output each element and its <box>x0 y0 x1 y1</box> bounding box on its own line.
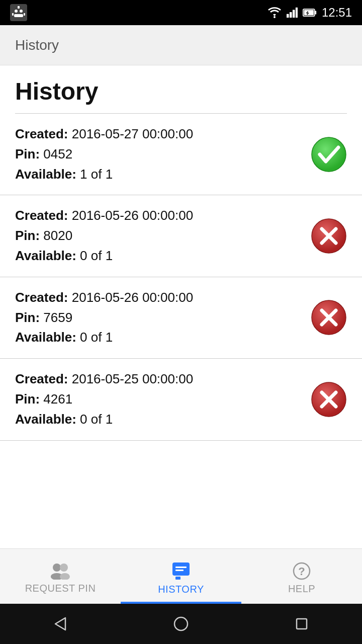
recents-icon <box>294 616 310 632</box>
pin-line: Pin: 7659 <box>15 309 193 327</box>
svg-rect-6 <box>24 13 25 16</box>
svg-point-1 <box>15 10 18 13</box>
svg-point-15 <box>312 137 346 172</box>
recents-button[interactable] <box>287 609 317 639</box>
svg-rect-14 <box>304 10 314 16</box>
tab-request-pin-label: REQUEST PIN <box>25 583 96 594</box>
svg-point-27 <box>60 564 68 572</box>
history-item[interactable]: Created: 2016-05-26 00:00:00 Pin: 7659 A… <box>0 277 362 359</box>
available-line: Available: 1 of 1 <box>15 166 193 183</box>
app-header: History <box>0 25 362 65</box>
battery-icon <box>303 7 317 18</box>
status-icon-error <box>311 381 347 418</box>
tab-indicator <box>121 602 241 604</box>
svg-rect-5 <box>12 13 14 16</box>
tab-request-pin[interactable]: REQUEST PIN <box>0 558 121 594</box>
pin-line: Pin: 8020 <box>15 227 193 245</box>
svg-rect-13 <box>315 11 317 15</box>
status-icon-error <box>311 218 347 254</box>
nav-bar <box>0 604 362 644</box>
home-button[interactable] <box>166 609 196 639</box>
svg-point-28 <box>60 573 70 580</box>
svg-rect-8 <box>287 14 289 18</box>
chat-icon <box>171 561 191 581</box>
history-item[interactable]: Created: 2016-05-25 00:00:00 Pin: 4261 A… <box>0 359 362 440</box>
svg-rect-11 <box>296 8 298 18</box>
created-line: Created: 2016-05-27 00:00:00 <box>15 126 193 143</box>
status-bar: 12:51 <box>0 0 362 25</box>
page-title: History <box>0 65 362 113</box>
svg-rect-31 <box>175 567 187 568</box>
tab-help[interactable]: ? HELP <box>241 558 362 595</box>
wifi-icon <box>267 7 282 18</box>
svg-rect-37 <box>297 619 307 629</box>
history-item-info: Created: 2016-05-26 00:00:00 Pin: 8020 A… <box>15 207 193 264</box>
app-icon <box>10 4 27 21</box>
status-icons: 12:51 <box>267 6 352 20</box>
svg-marker-35 <box>55 618 65 630</box>
status-icon-success <box>311 136 347 173</box>
main-content: History Created: 2016-05-27 00:00:00 Pin… <box>0 65 362 548</box>
status-icon-error <box>311 299 347 336</box>
history-item-info: Created: 2016-05-25 00:00:00 Pin: 4261 A… <box>15 371 193 428</box>
pin-line: Pin: 0452 <box>15 146 193 163</box>
svg-rect-32 <box>175 570 184 571</box>
available-line: Available: 0 of 1 <box>15 329 193 346</box>
history-item-info: Created: 2016-05-26 00:00:00 Pin: 7659 A… <box>15 289 193 346</box>
status-time: 12:51 <box>322 6 352 20</box>
svg-point-2 <box>20 10 23 13</box>
tab-history[interactable]: HISTORY <box>121 557 241 595</box>
svg-rect-9 <box>290 12 292 18</box>
back-button[interactable] <box>45 609 75 639</box>
history-list: Created: 2016-05-27 00:00:00 Pin: 0452 A… <box>0 114 362 441</box>
home-icon <box>173 616 189 632</box>
svg-point-36 <box>174 617 188 630</box>
svg-text:?: ? <box>298 565 305 578</box>
history-item-info: Created: 2016-05-27 00:00:00 Pin: 0452 A… <box>15 126 193 183</box>
svg-rect-3 <box>14 14 23 17</box>
help-icon: ? <box>293 562 311 580</box>
svg-point-25 <box>53 564 61 572</box>
svg-rect-10 <box>293 10 295 18</box>
pin-line: Pin: 4261 <box>15 391 193 408</box>
created-line: Created: 2016-05-26 00:00:00 <box>15 289 193 306</box>
app-header-title: History <box>15 37 59 53</box>
signal-icon <box>287 7 298 18</box>
people-icon <box>49 562 71 580</box>
back-icon <box>52 616 68 632</box>
available-line: Available: 0 of 1 <box>15 248 193 265</box>
svg-rect-29 <box>172 562 190 576</box>
created-line: Created: 2016-05-26 00:00:00 <box>15 207 193 224</box>
tab-history-label: HISTORY <box>158 584 204 595</box>
svg-rect-4 <box>18 6 20 9</box>
created-line: Created: 2016-05-25 00:00:00 <box>15 371 193 388</box>
history-item[interactable]: Created: 2016-05-27 00:00:00 Pin: 0452 A… <box>0 114 362 195</box>
svg-point-7 <box>274 16 276 18</box>
history-item[interactable]: Created: 2016-05-26 00:00:00 Pin: 8020 A… <box>0 195 362 277</box>
available-line: Available: 0 of 1 <box>15 411 193 428</box>
tab-help-label: HELP <box>288 583 315 595</box>
svg-rect-30 <box>175 577 180 580</box>
tab-bar: REQUEST PIN HISTORY ? HELP <box>0 548 362 604</box>
